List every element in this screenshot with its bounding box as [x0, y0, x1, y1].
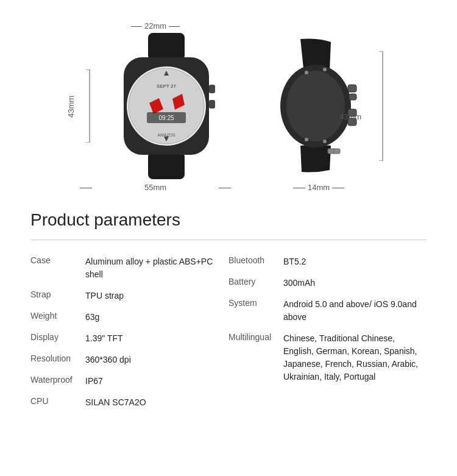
param-value: IP67: [85, 375, 228, 388]
svg-point-26: [305, 138, 308, 141]
watch-section: 22mm 43mm: [0, 0, 457, 204]
param-label: Multilingual: [228, 332, 283, 342]
param-row: Resolution 360*360 dpi: [30, 349, 228, 371]
param-row: Multilingual Chinese, Traditional Chines…: [228, 328, 427, 388]
param-label: CPU: [30, 396, 85, 406]
watch-side: 43mm 14mm: [264, 18, 374, 192]
svg-text:09:25: 09:25: [158, 115, 174, 121]
svg-rect-4: [148, 152, 185, 179]
param-label: Case: [30, 255, 85, 265]
svg-point-25: [323, 68, 327, 71]
svg-text:AMAZOS: AMAZOS: [157, 133, 175, 137]
param-value: 360*360 dpi: [85, 353, 228, 366]
dim-width-bottom: 55mm: [94, 183, 216, 192]
param-value: BT5.2: [283, 255, 427, 268]
param-row: Display 1.39" TFT: [30, 328, 228, 349]
params-left-col: Case Aluminum alloy + plastic ABS+PC she…: [30, 251, 228, 413]
param-value: 1.39" TFT: [85, 332, 228, 345]
param-label: Waterproof: [30, 375, 85, 385]
dim-height-front: [83, 69, 102, 143]
svg-rect-18: [348, 85, 356, 92]
svg-rect-3: [148, 33, 185, 60]
params-grid: Case Aluminum alloy + plastic ABS+PC she…: [30, 251, 427, 413]
svg-rect-11: [209, 85, 215, 93]
param-label: System: [228, 298, 283, 308]
svg-point-24: [305, 71, 308, 74]
param-value: Chinese, Traditional Chinese, English, G…: [283, 332, 427, 383]
svg-point-17: [286, 71, 345, 141]
param-label: Resolution: [30, 353, 85, 363]
param-value: SILAN SC7A2O: [85, 396, 228, 409]
params-right-col: Bluetooth BT5.2 Battery 300mAh System An…: [228, 251, 427, 413]
param-value: Android 5.0 and above/ iOS 9.0and above: [283, 298, 427, 324]
param-row: Bluetooth BT5.2: [228, 251, 427, 272]
params-title: Product parameters: [30, 210, 427, 230]
dim-height-front-label: 43mm: [66, 96, 76, 118]
svg-text:SEPT 27: SEPT 27: [157, 83, 176, 89]
param-value: 63g: [85, 311, 228, 324]
dim-thickness: 14mm: [308, 183, 330, 192]
svg-rect-12: [209, 100, 215, 108]
param-value: Aluminum alloy + plastic ABS+PC shell: [85, 255, 228, 281]
param-row: Battery 300mAh: [228, 272, 427, 294]
param-row: CPU SILAN SC7A2O: [30, 392, 228, 413]
param-label: Bluetooth: [228, 255, 283, 265]
dim-height-side-label: 43mm: [339, 112, 361, 121]
watch-side-image: [264, 33, 374, 179]
param-row: Weight 63g: [30, 307, 228, 328]
param-value: 300mAh: [283, 277, 427, 290]
param-label: Battery: [228, 277, 283, 286]
params-section: Product parameters Case Aluminum alloy +…: [0, 204, 457, 432]
dim-width: 22mm: [144, 21, 166, 30]
svg-point-27: [323, 140, 327, 143]
watch-front: 22mm 43mm: [83, 21, 227, 192]
param-label: Display: [30, 332, 85, 342]
param-row: System Android 5.0 and above/ iOS 9.0and…: [228, 294, 427, 328]
dim-height-side-bracket: [377, 51, 395, 161]
svg-rect-19: [349, 94, 356, 100]
param-label: Weight: [30, 311, 85, 321]
param-value: TPU strap: [85, 290, 228, 302]
params-divider: [30, 240, 427, 240]
param-row: Strap TPU strap: [30, 285, 228, 307]
watch-front-image: 09:25 SEPT 27 AMAZOS: [105, 33, 227, 179]
param-label: Strap: [30, 290, 85, 299]
param-row: Waterproof IP67: [30, 371, 228, 392]
param-row: Case Aluminum alloy + plastic ABS+PC she…: [30, 251, 228, 285]
